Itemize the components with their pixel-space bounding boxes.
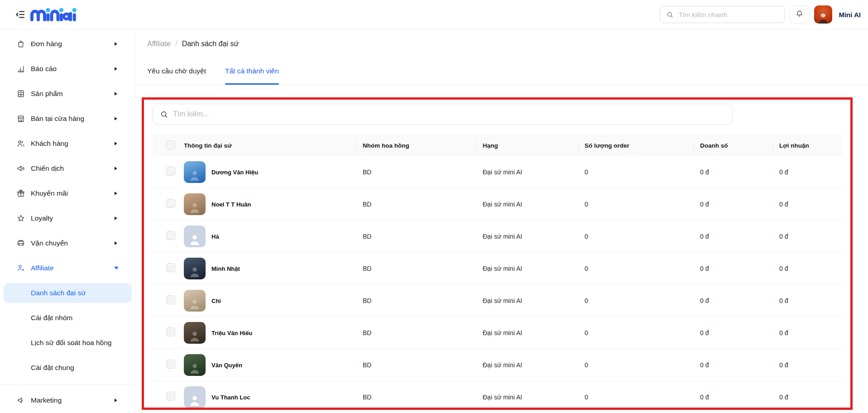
member-avatar (184, 258, 206, 279)
column-header-orders: Số lượng order (585, 142, 700, 149)
member-name: Văn Quyến (211, 362, 242, 369)
cell-commission-group: BD (363, 394, 483, 401)
sidebar-item-san-pham[interactable]: Sản phẩm (0, 84, 135, 104)
sidebar-item-affiliate[interactable]: Affiliate (0, 258, 135, 278)
sidebar-collapse-icon[interactable] (15, 10, 25, 19)
user-avatar[interactable] (814, 5, 832, 24)
row-checkbox[interactable] (166, 327, 175, 336)
table-row[interactable]: Chi BD Đại sứ mini AI 0 0 đ 0 đ (153, 285, 842, 317)
cell-revenue: 0 đ (700, 265, 779, 272)
sidebar-item-don-hang[interactable]: Đơn hàng (0, 34, 135, 54)
quick-search-input[interactable] (678, 11, 778, 19)
column-header-revenue: Doanh số (700, 142, 779, 149)
search-icon (666, 11, 674, 19)
chevron-right-icon (115, 67, 117, 71)
member-name: Dương Văn Hiệu (211, 169, 258, 176)
select-all-checkbox[interactable] (166, 140, 175, 149)
member-name: Vu Thanh Loc (211, 394, 250, 401)
sidebar-item-chien-dich[interactable]: Chiến dịch (0, 158, 135, 178)
breadcrumb-parent[interactable]: Affiliate (147, 39, 171, 48)
table-row[interactable]: Hà BD Đại sứ mini AI 0 0 đ 0 đ (153, 221, 842, 253)
cell-order-count: 0 (585, 233, 700, 240)
member-avatar (184, 354, 206, 376)
sidebar-item-bao-cao[interactable]: Báo cáo (0, 59, 135, 79)
sidebar-item-khuyen-mai[interactable]: Khuyến mãi (0, 183, 135, 203)
sidebar-item-loyalty[interactable]: Loyalty (0, 208, 135, 228)
cell-rank: Đại sứ mini AI (483, 265, 585, 272)
cell-rank: Đại sứ mini AI (483, 201, 585, 208)
row-checkbox[interactable] (166, 167, 175, 176)
breadcrumb-current: Danh sách đại sứ (182, 39, 239, 48)
sidebar-item-khach-hang[interactable]: Khách hàng (0, 134, 135, 154)
store-icon (16, 114, 25, 123)
cell-rank: Đại sứ mini AI (483, 329, 585, 336)
cell-order-count: 0 (585, 297, 700, 304)
row-checkbox[interactable] (166, 295, 175, 304)
brand-logo[interactable] (29, 6, 77, 23)
table-search-box[interactable] (153, 104, 733, 125)
member-avatar (184, 161, 206, 183)
table-header-row: Thông tin đại sứ Nhóm hoa hồng Hạng Số l… (153, 134, 842, 156)
customers-icon (16, 139, 25, 148)
member-name: Minh Nhật (211, 265, 240, 272)
breadcrumb: Affiliate / Danh sách đại sứ (136, 29, 868, 48)
member-table-section: Thông tin đại sứ Nhóm hoa hồng Hạng Số l… (136, 85, 868, 413)
cell-profit: 0 đ (779, 361, 842, 369)
row-checkbox[interactable] (166, 199, 175, 208)
row-checkbox[interactable] (166, 231, 175, 240)
sidebar-item-van-chuyen[interactable]: Vận chuyển (0, 233, 135, 253)
member-name: Chi (211, 298, 221, 304)
sidebar-item-lich-su-doi-soat-hoa-hong[interactable]: Lịch sử đối soát hoa hồng (0, 333, 135, 353)
cell-commission-group: BD (363, 201, 483, 208)
tab-all-members[interactable]: Tất cả thành viên (225, 67, 279, 84)
campaign-icon (16, 164, 25, 173)
table-row[interactable]: Dương Văn Hiệu BD Đại sứ mini AI 0 0 đ 0… (153, 156, 842, 188)
gift-icon (16, 189, 25, 198)
select-all-checkbox-cell (166, 140, 184, 151)
sidebar-item-marketing[interactable]: Marketing (0, 390, 135, 410)
cell-commission-group: BD (363, 265, 483, 272)
sidebar-item-cai-dat-chung[interactable]: Cài đặt chung (0, 358, 135, 378)
cell-profit: 0 đ (779, 168, 842, 176)
table-row[interactable]: Noel T T Huân BD Đại sứ mini AI 0 0 đ 0 … (153, 188, 842, 221)
sidebar-divider (0, 384, 135, 384)
sidebar-item-cai-dat-nhom[interactable]: Cài đặt nhóm (0, 308, 135, 328)
chevron-right-icon (115, 216, 117, 220)
table-row[interactable]: Văn Quyến BD Đại sứ mini AI 0 0 đ 0 đ (153, 349, 842, 381)
bag-icon (16, 39, 25, 48)
quick-search-box[interactable] (660, 6, 785, 23)
topbar-right: Mini AI (660, 5, 861, 24)
sidebar-item-danh-sach-dai-su[interactable]: Danh sách đại sứ (4, 283, 132, 303)
chevron-right-icon (115, 241, 117, 245)
chevron-right-icon (115, 399, 117, 402)
members-table: Thông tin đại sứ Nhóm hoa hồng Hạng Số l… (153, 134, 842, 413)
chart-icon (16, 64, 25, 73)
main-content: Affiliate / Danh sách đại sứ Yêu cầu chờ… (136, 29, 868, 413)
tab-pending-requests[interactable]: Yêu cầu chờ duyệt (147, 67, 206, 84)
sidebar-item-ban-tai-cua-hang[interactable]: Bán tại cửa hàng (0, 109, 135, 129)
cell-revenue: 0 đ (700, 168, 779, 176)
row-checkbox[interactable] (166, 360, 175, 369)
table-search-input[interactable] (173, 110, 725, 118)
row-checkbox[interactable] (166, 392, 175, 401)
table-row[interactable]: Triệu Văn Hiếu BD Đại sứ mini AI 0 0 đ 0… (153, 317, 842, 349)
cell-commission-group: BD (363, 329, 483, 336)
member-avatar (184, 193, 206, 215)
cell-profit: 0 đ (779, 201, 842, 208)
cell-commission-group: BD (363, 168, 483, 176)
cell-rank: Đại sứ mini AI (483, 361, 585, 369)
row-checkbox[interactable] (166, 263, 175, 272)
cell-revenue: 0 đ (700, 394, 779, 401)
table-body: Dương Văn Hiệu BD Đại sứ mini AI 0 0 đ 0… (153, 156, 842, 413)
cell-commission-group: BD (363, 361, 483, 369)
cell-profit: 0 đ (779, 394, 842, 401)
table-row[interactable]: Minh Nhật BD Đại sứ mini AI 0 0 đ 0 đ (153, 253, 842, 285)
notifications-button[interactable] (790, 5, 809, 24)
table-row[interactable]: Vu Thanh Loc BD Đại sứ mini AI 0 0 đ 0 đ (153, 381, 842, 413)
cell-rank: Đại sứ mini AI (483, 233, 585, 240)
cell-commission-group: BD (363, 297, 483, 304)
cell-order-count: 0 (585, 265, 700, 272)
user-name[interactable]: Mini AI (839, 11, 861, 19)
cell-profit: 0 đ (779, 329, 842, 336)
sidebar: Đơn hàng Báo cáo Sản phẩm Bán tại cửa hà… (0, 29, 136, 413)
